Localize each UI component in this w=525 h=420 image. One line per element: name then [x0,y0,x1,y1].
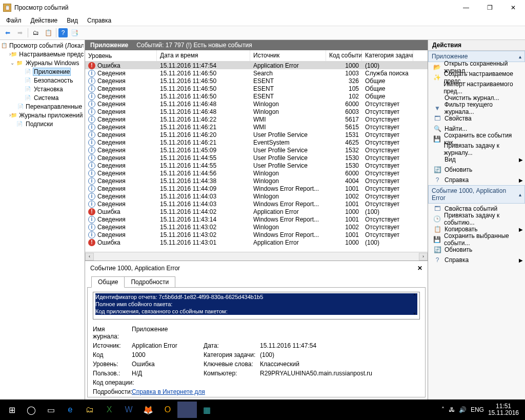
close-button[interactable]: ✕ [501,0,525,15]
forward-button[interactable]: ➡ [14,27,26,38]
search-icon[interactable]: ◯ [22,402,41,418]
event-row[interactable]: !Ошибка 15.11.2016 11:43:01 Application … [85,238,428,246]
col-task[interactable]: Категория задачи [362,50,413,61]
event-row[interactable]: iСведения 15.11.2016 11:43:02 Windows Er… [85,231,428,238]
grid-body[interactable]: !Ошибка 15.11.2016 11:47:54 Application … [85,62,428,252]
scroll-down-icon[interactable]: ˅ [410,312,418,318]
word-icon[interactable]: W [119,402,138,418]
start-button[interactable]: ⊞ [2,402,22,418]
event-row[interactable]: !Ошибка 15.11.2016 11:44:02 Application … [85,208,428,215]
tree-item[interactable]: 📄Безопасность [1,76,84,85]
explorer-icon[interactable]: 🗂 [80,402,99,418]
event-row[interactable]: iСведения 15.11.2016 11:46:20 User Profi… [85,131,428,138]
tree-item[interactable]: 📄Подписки [1,119,84,128]
event-row[interactable]: iСведения 15.11.2016 11:46:21 WMI 5615 О… [85,123,428,131]
event-row[interactable]: iСведения 15.11.2016 11:43:02 Winlogon 1… [85,223,428,231]
submenu-arrow-icon: ▶ [519,227,523,232]
maximize-button[interactable]: ❐ [478,0,501,15]
app-icon-pinned[interactable]: ▦ [197,402,216,418]
tab-details[interactable]: Подробности [124,276,175,287]
clock[interactable]: 11:51 15.11.2016 [488,403,519,416]
lbl-keywords: Ключевые слова: [204,361,260,368]
col-eventid[interactable]: Код события [326,50,362,61]
detail-message-box[interactable]: Идентификатор отчета: 7c5b6ddf-1e82-4f99… [93,292,420,319]
back-button[interactable]: ⬅ [2,27,13,38]
firefox-icon[interactable]: 🦊 [138,402,158,418]
event-row[interactable]: iСведения 15.11.2016 11:46:48 Winlogon 6… [85,108,428,115]
action-item[interactable]: 🔄Обновить [428,165,525,175]
scroll-right-button[interactable]: › [419,253,428,261]
scroll-left-button[interactable]: ‹ [85,253,94,261]
col-level[interactable]: Уровень [85,50,157,61]
event-row[interactable]: iСведения 15.11.2016 11:44:03 Windows Er… [85,200,428,208]
event-row[interactable]: iСведения 15.11.2016 11:43:14 Windows Er… [85,215,428,223]
tree-item[interactable]: ›📁Журналы приложений и сл [1,111,84,119]
toolbar-button-2[interactable]: 📋 [43,27,54,38]
tree-item[interactable]: 📋Просмотр событий (Локальн [1,41,84,50]
cell-level: iСведения [85,201,157,208]
tray-lang[interactable]: ENG [471,406,484,413]
navigation-tree[interactable]: 📋Просмотр событий (Локальн›📁Настраиваемы… [0,40,85,399]
help-link[interactable]: Справка в Интернете для [132,388,205,395]
event-row[interactable]: iСведения 15.11.2016 11:44:38 Winlogon 4… [85,177,428,185]
tray-sound-icon[interactable]: 🔊 [459,406,467,413]
action-item[interactable]: Импорт настраиваемого пред... [428,83,525,93]
col-date[interactable]: Дата и время [157,50,250,61]
event-row[interactable]: iСведения 15.11.2016 11:46:21 EventSyste… [85,138,428,146]
tree-item[interactable]: ⌄📁Журналы Windows [1,58,84,67]
col-source[interactable]: Источник [250,50,326,61]
tray-chevron-icon[interactable]: ˄ [441,406,445,413]
event-row[interactable]: iСведения 15.11.2016 11:44:56 Winlogon 6… [85,169,428,177]
outlook-icon[interactable]: O [158,402,177,418]
action-item[interactable]: ?Справка▶ [428,175,525,185]
action-item[interactable]: 🕒Привязать задачу к событию... [428,214,525,224]
tree-item[interactable]: 📄Система [1,93,84,102]
detail-close-button[interactable]: ✕ [417,265,422,272]
cell-source: User Profile Service [250,162,326,169]
event-row[interactable]: iСведения 15.11.2016 11:44:09 Windows Er… [85,185,428,192]
menu-view[interactable]: Вид [63,16,82,25]
tree-item[interactable]: 📄Приложение [1,67,84,76]
tree-item[interactable]: ›📁Настраиваемые представл... [1,50,84,58]
tab-general[interactable]: Общие [91,276,125,288]
event-row[interactable]: iСведения 15.11.2016 11:46:50 ESENT 105 … [85,85,428,92]
message-scroll[interactable]: ˄ ˅ [410,293,418,318]
event-row[interactable]: iСведения 15.11.2016 11:44:55 User Profi… [85,154,428,162]
cell-level: iСведения [85,108,157,115]
horizontal-scrollbar[interactable]: ‹ › [85,252,428,261]
action-item[interactable]: Привязать задачу к журналу... [428,144,525,154]
action-item[interactable]: ?Справка▶ [428,255,525,265]
scroll-up-icon[interactable]: ˄ [410,293,418,299]
event-row[interactable]: iСведения 15.11.2016 11:45:09 User Profi… [85,146,428,154]
action-item[interactable]: 💾Сохранить выбранные событи... [428,234,525,245]
cell-source: Application Error [250,62,326,69]
taskview-icon[interactable]: ▭ [41,402,60,418]
tree-item[interactable]: 📄Установка [1,85,84,93]
help-icon[interactable]: ? [58,28,68,37]
tree-toggle-icon[interactable]: ⌄ [9,60,15,66]
excel-icon[interactable]: X [99,402,119,418]
event-row[interactable]: iСведения 15.11.2016 11:44:55 User Profi… [85,162,428,169]
minimize-button[interactable]: — [454,0,478,15]
edge-icon[interactable]: e [60,402,80,418]
menu-help[interactable]: Справка [83,16,115,25]
event-row[interactable]: iСведения 15.11.2016 11:46:50 ESENT 102 … [85,92,428,100]
event-row[interactable]: iСведения 15.11.2016 11:46:50 Search 100… [85,69,428,77]
actions-section-event[interactable]: Событие 1000, Application Error ▴ [428,185,525,204]
level-icon: i [88,77,95,85]
event-row[interactable]: !Ошибка 15.11.2016 11:47:54 Application … [85,62,428,69]
event-row[interactable]: iСведения 15.11.2016 11:46:50 ESENT 326 … [85,77,428,85]
event-row[interactable]: iСведения 15.11.2016 11:46:22 WMI 5617 О… [85,115,428,123]
cell-task: Отсутствует [362,108,413,115]
action-item[interactable]: ▼Фильтр текущего журнала... [428,103,525,113]
toolbar-button-3[interactable]: 📑 [69,27,80,38]
menu-action[interactable]: Действие [27,16,62,25]
lbl-source: Источник: [93,342,132,349]
toolbar-button-1[interactable]: 🗂 [30,27,42,38]
event-row[interactable]: iСведения 15.11.2016 11:46:48 Winlogon 6… [85,100,428,108]
event-row[interactable]: iСведения 15.11.2016 11:44:03 Winlogon 1… [85,192,428,200]
app-icon-pinned[interactable] [177,402,197,418]
menu-file[interactable]: Файл [2,16,26,25]
tree-item[interactable]: 📄Перенаправленные соб [1,102,84,111]
tray-network-icon[interactable]: 🖧 [449,406,455,413]
